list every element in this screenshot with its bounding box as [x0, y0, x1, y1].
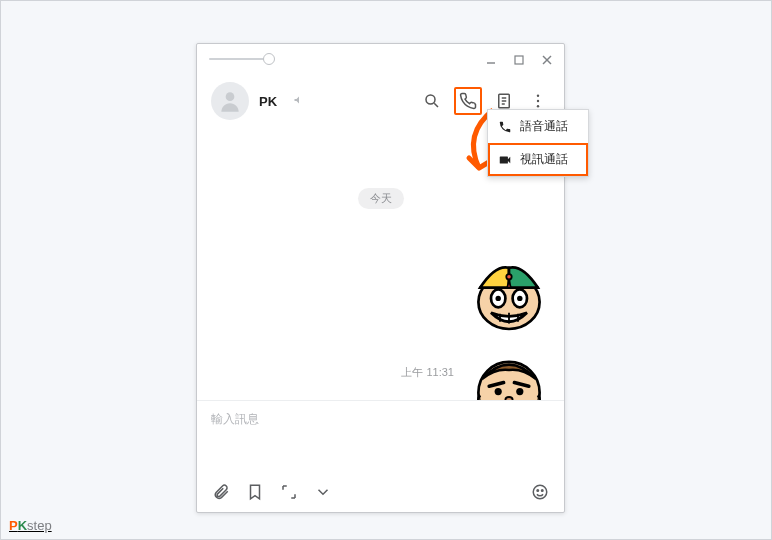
close-button[interactable]: [540, 53, 554, 67]
watermark: PKstep: [9, 518, 52, 533]
svg-point-5: [426, 95, 435, 104]
maximize-button[interactable]: [512, 53, 526, 67]
emoji-button[interactable]: [530, 482, 550, 502]
call-button[interactable]: [454, 87, 482, 115]
call-dropdown: 語音通話 視訊通話: [487, 109, 589, 177]
capture-button[interactable]: [279, 482, 299, 502]
chat-window: PK 今天: [196, 43, 565, 513]
svg-point-17: [496, 296, 501, 301]
svg-line-6: [434, 103, 438, 107]
screenshot-stage: PK 今天: [0, 0, 772, 540]
svg-point-12: [537, 100, 539, 102]
svg-point-11: [537, 95, 539, 97]
svg-point-28: [537, 490, 539, 492]
voice-call-label: 語音通話: [520, 118, 568, 135]
search-button[interactable]: [420, 89, 444, 113]
voice-call-item[interactable]: 語音通話: [488, 110, 588, 143]
svg-point-13: [537, 105, 539, 107]
watermark-suffix: step: [27, 518, 52, 533]
svg-point-27: [533, 485, 547, 499]
sticker-grumpy: [464, 343, 554, 400]
message-input[interactable]: 輸入訊息: [197, 400, 564, 476]
date-label: 今天: [358, 188, 404, 209]
bottom-toolbar: [197, 476, 564, 512]
watermark-k: K: [18, 518, 27, 533]
transparency-slider[interactable]: [209, 58, 269, 60]
video-call-label: 視訊通話: [520, 151, 568, 168]
svg-point-26: [505, 397, 512, 400]
watermark-p: P: [9, 518, 18, 533]
minimize-button[interactable]: [484, 53, 498, 67]
speaker-muted-icon: [293, 92, 305, 110]
message-timestamp: 上午 11:31: [401, 365, 454, 380]
svg-point-18: [517, 296, 522, 301]
sticker-happy-cap: [464, 248, 554, 333]
chevron-down-icon[interactable]: [313, 482, 333, 502]
contact-name: PK: [259, 94, 277, 109]
svg-point-24: [495, 388, 502, 395]
avatar[interactable]: [211, 82, 249, 120]
svg-point-4: [226, 92, 235, 101]
attach-button[interactable]: [211, 482, 231, 502]
svg-rect-1: [515, 56, 523, 64]
svg-point-22: [506, 274, 511, 279]
video-call-item[interactable]: 視訊通話: [488, 143, 588, 176]
bookmark-button[interactable]: [245, 482, 265, 502]
svg-point-25: [516, 388, 523, 395]
svg-point-29: [542, 490, 544, 492]
input-placeholder: 輸入訊息: [211, 412, 259, 426]
